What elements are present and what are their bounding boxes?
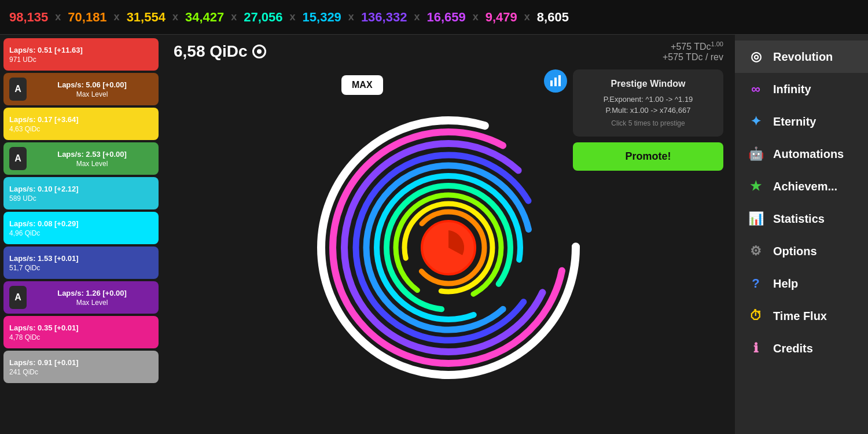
upgrade-info: Laps/s: 2.53 [+0.00]Max Level — [31, 150, 153, 168]
top-value-2: 31,554 — [127, 10, 165, 25]
income-line2: +575 TDc / rev — [663, 52, 723, 62]
eternity-icon: ✦ — [746, 112, 765, 131]
currency-value: 6,58 QiDc — [174, 42, 248, 61]
auto-badge: A — [9, 286, 27, 309]
upgrade-cost: 589 UDc — [9, 194, 153, 203]
top-separator: x — [348, 11, 354, 23]
top-value-1: 70,181 — [68, 10, 106, 25]
timeflux-label: Time Flux — [773, 310, 827, 323]
upgrade-laps: Laps/s: 0.51 [+11.63] — [9, 46, 153, 54]
prestige-click-info: Click 5 times to prestige — [582, 119, 714, 127]
top-separator: x — [290, 11, 296, 23]
nav-item-timeflux[interactable]: ⏱Time Flux — [735, 300, 868, 332]
nav-item-eternity[interactable]: ✦Eternity — [735, 105, 868, 138]
top-separator: x — [55, 11, 61, 23]
top-bar: 98,135x70,181x31,554x34,427x27,056x15,32… — [0, 0, 868, 35]
upgrade-info: Laps/s: 0.08 [+0.29]4,96 QiDc — [9, 219, 153, 237]
nav-item-help[interactable]: ?Help — [735, 267, 868, 300]
options-icon: ⚙ — [746, 242, 765, 260]
upgrade-info: Laps/s: 5.06 [+0.00]Max Level — [31, 80, 153, 98]
upgrade-btn-6[interactable]: Laps/s: 1.53 [+0.01]51,7 QiDc — [3, 247, 159, 279]
upgrade-cost: 4,96 QiDc — [9, 229, 153, 237]
top-value-4: 27,056 — [244, 10, 282, 25]
max-button[interactable]: MAX — [341, 75, 383, 95]
upgrade-btn-4[interactable]: Laps/s: 0.10 [+2.12]589 UDc — [3, 177, 159, 209]
upgrade-laps: Laps/s: 0.10 [+2.12] — [9, 185, 153, 193]
upgrade-info: Laps/s: 0.17 [+3.64]4,63 QiDc — [9, 115, 153, 133]
upgrade-cost: 241 QiDc — [9, 368, 153, 376]
top-value-7: 16,659 — [426, 10, 465, 25]
svg-rect-2 — [558, 75, 561, 86]
options-label: Options — [773, 245, 817, 258]
upgrade-laps: Laps/s: 0.35 [+0.01] — [9, 323, 153, 332]
revolution-icon: ◎ — [746, 47, 765, 66]
top-value-8: 9,479 — [486, 10, 517, 25]
upgrade-cost: 51,7 QiDc — [9, 264, 153, 272]
promote-button[interactable]: Promote! — [573, 142, 723, 171]
prestige-exponent: P.Exponent: ^1.00 -> ^1.19 — [582, 95, 714, 104]
upgrade-cost: Max Level — [76, 299, 108, 307]
bar-chart-icon — [549, 75, 562, 87]
nav-item-options[interactable]: ⚙Options — [735, 235, 868, 267]
upgrade-btn-5[interactable]: Laps/s: 0.08 [+0.29]4,96 QiDc — [3, 212, 159, 244]
statistics-label: Statistics — [773, 212, 825, 226]
credits-icon: ℹ — [746, 339, 765, 358]
upgrade-cost: Max Level — [76, 160, 108, 168]
upgrade-info: Laps/s: 1.53 [+0.01]51,7 QiDc — [9, 254, 153, 272]
automations-icon: 🤖 — [746, 145, 765, 163]
income1-value: +575 TDc — [671, 42, 711, 52]
prestige-window: Prestige Window P.Exponent: ^1.00 -> ^1.… — [573, 69, 723, 137]
infinity-icon: ∞ — [746, 80, 765, 98]
upgrade-info: Laps/s: 0.10 [+2.12]589 UDc — [9, 185, 153, 203]
upgrade-btn-8[interactable]: Laps/s: 0.35 [+0.01]4,78 QiDc — [3, 316, 159, 348]
nav-item-automations[interactable]: 🤖Automations — [735, 138, 868, 170]
eternity-label: Eternity — [773, 115, 816, 128]
main-content: Laps/s: 0.51 [+11.63]971 UDcALaps/s: 5.0… — [0, 35, 868, 434]
top-separator: x — [524, 11, 530, 23]
upgrade-btn-0[interactable]: Laps/s: 0.51 [+11.63]971 UDc — [3, 38, 159, 71]
help-label: Help — [773, 277, 798, 290]
timeflux-icon: ⏱ — [746, 307, 765, 325]
top-value-3: 34,427 — [185, 10, 224, 25]
upgrade-info: Laps/s: 1.26 [+0.00]Max Level — [31, 289, 153, 307]
center-header: 6,58 QiDc +575 TDc1.00 +575 TDc / rev — [168, 41, 729, 62]
top-value-0: 98,135 — [9, 10, 48, 25]
upgrade-btn-2[interactable]: Laps/s: 0.17 [+3.64]4,63 QiDc — [3, 108, 159, 140]
achievements-icon: ★ — [746, 177, 765, 196]
upgrade-cost: 971 UDc — [9, 56, 153, 64]
top-separator: x — [473, 11, 479, 23]
spiral-svg[interactable] — [310, 109, 587, 387]
top-value-6: 136,332 — [361, 10, 407, 25]
upgrade-info: Laps/s: 0.91 [+0.01]241 QiDc — [9, 358, 153, 376]
upgrade-laps: Laps/s: 0.08 [+0.29] — [9, 219, 153, 228]
nav-item-credits[interactable]: ℹCredits — [735, 332, 868, 365]
achievements-label: Achievem... — [773, 180, 837, 193]
upgrade-btn-9[interactable]: Laps/s: 0.91 [+0.01]241 QiDc — [3, 351, 159, 383]
upgrade-btn-1[interactable]: ALaps/s: 5.06 [+0.00]Max Level — [3, 73, 159, 105]
nav-item-revolution[interactable]: ◎Revolution — [735, 41, 868, 73]
top-separator: x — [414, 11, 420, 23]
nav-item-statistics[interactable]: 📊Statistics — [735, 203, 868, 235]
stats-icon-button[interactable] — [544, 69, 567, 93]
top-separator: x — [172, 11, 178, 23]
income1-exp: 1.00 — [711, 41, 723, 47]
upgrade-laps: Laps/s: 0.17 [+3.64] — [9, 115, 153, 124]
center-panel: 6,58 QiDc +575 TDc1.00 +575 TDc / rev MA… — [162, 35, 735, 434]
target-icon — [252, 45, 266, 58]
top-separator: x — [114, 11, 120, 23]
upgrade-laps: Laps/s: 1.26 [+0.00] — [57, 289, 127, 297]
upgrade-btn-3[interactable]: ALaps/s: 2.53 [+0.00]Max Level — [3, 142, 159, 175]
income-info: +575 TDc1.00 +575 TDc / rev — [663, 41, 723, 62]
top-separator: x — [231, 11, 237, 23]
help-icon: ? — [746, 274, 765, 293]
right-panel: ◎Revolution∞Infinity✦Eternity🤖Automation… — [735, 35, 868, 434]
income-line1: +575 TDc1.00 — [663, 41, 723, 52]
prestige-title: Prestige Window — [582, 79, 714, 89]
auto-badge: A — [9, 78, 27, 101]
top-value-5: 15,329 — [303, 10, 341, 25]
nav-item-infinity[interactable]: ∞Infinity — [735, 73, 868, 105]
upgrade-btn-7[interactable]: ALaps/s: 1.26 [+0.00]Max Level — [3, 281, 159, 314]
revolution-label: Revolution — [773, 50, 833, 64]
left-panel: Laps/s: 0.51 [+11.63]971 UDcALaps/s: 5.0… — [0, 35, 162, 434]
nav-item-achievements[interactable]: ★Achievem... — [735, 170, 868, 203]
